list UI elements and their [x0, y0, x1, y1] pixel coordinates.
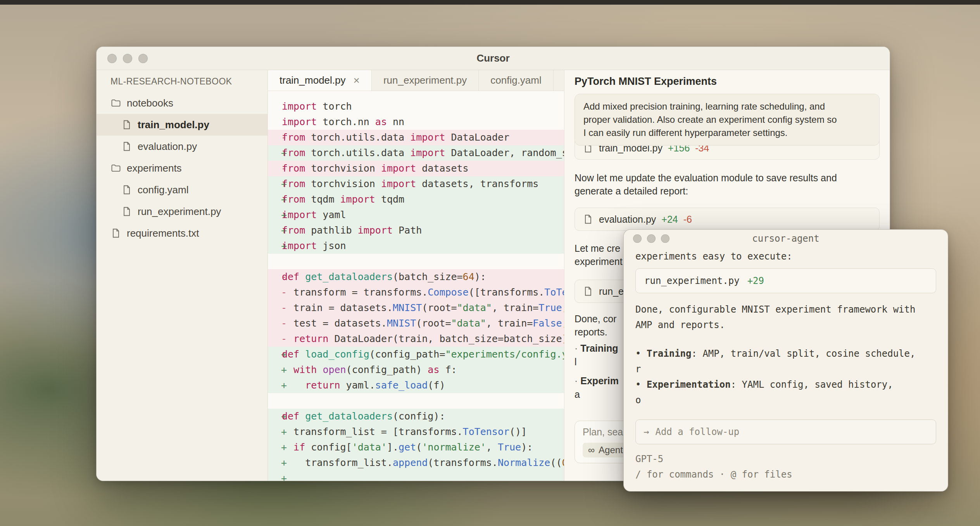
code-line[interactable]: +from torchvision import datasets, trans…: [268, 176, 564, 192]
code-text: transform = transforms.Compose([transfor…: [282, 285, 564, 300]
sidebar-item-requirements-txt[interactable]: requirements.txt: [97, 222, 267, 244]
code-line[interactable]: -from torch.utils.data import DataLoader: [268, 130, 564, 145]
code-line[interactable]: +from tqdm import tqdm: [268, 192, 564, 207]
sidebar-item-label: notebooks: [127, 97, 173, 109]
code-line[interactable]: - test = datasets.MNIST(root="data", tra…: [268, 316, 564, 331]
code-text: test = datasets.MNIST(root="data", train…: [282, 316, 564, 331]
code-text: transform_list = [transforms.ToTensor()]: [282, 424, 527, 440]
agent-window-title: cursor-agent: [752, 233, 819, 244]
traffic-light-close[interactable]: [107, 54, 117, 63]
workspace-title: ML-RESEARCH-NOTEBOOK: [97, 76, 267, 87]
diff-marker: -: [268, 161, 282, 176]
chat-title: PyTorch MNIST Experiments: [575, 76, 880, 88]
code-line[interactable]: +def get_dataloaders(config):: [268, 409, 564, 424]
code-line[interactable]: + transform_list.append(transforms.Norma…: [268, 455, 564, 471]
diff-marker: +: [268, 471, 282, 481]
code-line[interactable]: - train = datasets.MNIST(root="data", tr…: [268, 300, 564, 316]
assistant-text-line: Now let me update the evaluation module …: [575, 171, 880, 184]
diff-marker: +: [268, 347, 282, 362]
deletions-count: -6: [683, 214, 692, 225]
sidebar-item-label: train_model.py: [138, 119, 209, 131]
arrow-icon: →: [644, 426, 649, 437]
code-editor[interactable]: import torch import torch.nn as nn-from …: [268, 91, 564, 481]
infinity-icon: ∞: [588, 445, 595, 456]
diff-marker: -: [268, 269, 282, 285]
agent-bullet-line: • Training: AMP, train/val split, cosine…: [635, 346, 936, 361]
window-controls: [633, 230, 669, 248]
file-chip-name: evaluation.py: [599, 214, 656, 225]
agent-transcript: experiments easy to execute: run_experim…: [624, 248, 948, 480]
agent-text-line: Done, configurable MNIST experiment fram…: [635, 302, 936, 317]
code-line[interactable]: + return yaml.safe_load(f): [268, 378, 564, 393]
diff-marker: +: [268, 424, 282, 440]
file-chip-run-experiment[interactable]: run_experiment.py +29: [635, 268, 936, 293]
traffic-light-zoom[interactable]: [138, 54, 148, 63]
traffic-light-zoom[interactable]: [661, 234, 669, 243]
code-text: from torchvision import datasets: [282, 161, 469, 176]
code-line[interactable]: + with open(config_path) as f:: [268, 362, 564, 378]
code-line[interactable]: +: [268, 471, 564, 481]
assistant-text-line: generate a detailed report:: [575, 184, 880, 198]
agent-mode-pill[interactable]: ∞ Agent: [583, 443, 628, 457]
tab-run-experiment-py[interactable]: run_experiment.py: [372, 70, 479, 91]
code-line[interactable]: [268, 393, 564, 409]
code-line[interactable]: +from pathlib import Path: [268, 223, 564, 238]
folder-icon: [110, 163, 121, 174]
file-icon: [121, 141, 132, 152]
diff-marker: [268, 114, 282, 130]
model-name[interactable]: GPT-5: [635, 454, 936, 464]
editor-area: train_model.py×run_experiment.pyconfig.y…: [268, 70, 564, 481]
code-line[interactable]: +import yaml: [268, 207, 564, 223]
sidebar-item-label: evaluation.py: [138, 141, 197, 153]
folder-icon: [110, 98, 121, 108]
diff-marker: +: [268, 440, 282, 455]
code-text: transform_list.append(transforms.Normali…: [282, 455, 564, 471]
diff-marker: -: [268, 130, 282, 145]
file-icon: [121, 184, 132, 195]
traffic-light-close[interactable]: [633, 234, 642, 243]
tab-train-model-py[interactable]: train_model.py×: [268, 70, 372, 91]
file-icon: [121, 119, 132, 130]
code-line[interactable]: +def load_config(config_path="experiment…: [268, 347, 564, 362]
window-titlebar[interactable]: Cursor: [97, 47, 890, 70]
code-line[interactable]: - return DataLoader(train, batch_size=ba…: [268, 331, 564, 347]
agent-summary: Done, configurable MNIST experiment fram…: [635, 302, 936, 333]
code-line[interactable]: -def get_dataloaders(batch_size=64):: [268, 269, 564, 285]
file-icon: [583, 286, 594, 297]
code-line[interactable]: import torch: [268, 99, 564, 114]
code-line[interactable]: +from torch.utils.data import DataLoader…: [268, 145, 564, 161]
traffic-light-minimize[interactable]: [647, 234, 656, 243]
code-line[interactable]: [268, 254, 564, 269]
followup-input[interactable]: → Add a follow-up: [635, 419, 936, 444]
sidebar-item-train-model-py[interactable]: train_model.py: [97, 114, 267, 136]
sidebar-item-notebooks[interactable]: notebooks: [97, 92, 267, 114]
code-line[interactable]: -from torchvision import datasets: [268, 161, 564, 176]
traffic-light-minimize[interactable]: [123, 54, 132, 63]
file-chip-evaluation[interactable]: evaluation.py +24 -6: [575, 208, 880, 231]
code-line[interactable]: + if config['data'].get('normalize', Tru…: [268, 440, 564, 455]
code-text: if config['data'].get('normalize', True)…: [282, 440, 533, 455]
cursor-agent-window: cursor-agent experiments easy to execute…: [623, 229, 948, 492]
assistant-message: Now let me update the evaluation module …: [575, 171, 880, 198]
diff-marker: +: [268, 362, 282, 378]
code-line[interactable]: +import json: [268, 238, 564, 254]
sidebar-item-run-experiment-py[interactable]: run_experiment.py: [97, 201, 267, 222]
code-text: import json: [282, 238, 346, 254]
followup-placeholder: Add a follow-up: [655, 426, 739, 437]
diff-marker: +: [268, 223, 282, 238]
code-line[interactable]: + transform_list = [transforms.ToTensor(…: [268, 424, 564, 440]
diff-marker: [268, 393, 282, 409]
agent-bullet-line: o: [635, 392, 936, 408]
diff-marker: -: [268, 300, 282, 316]
code-text: return yaml.safe_load(f): [282, 378, 445, 393]
code-line[interactable]: import torch.nn as nn: [268, 114, 564, 130]
tab-config-yaml[interactable]: config.yaml: [479, 70, 554, 91]
code-line[interactable]: - transform = transforms.Compose([transf…: [268, 285, 564, 300]
sidebar-item-experiments[interactable]: experiments: [97, 157, 267, 179]
sidebar-item-evaluation-py[interactable]: evaluation.py: [97, 136, 267, 157]
agent-titlebar[interactable]: cursor-agent: [624, 230, 948, 248]
diff-marker: +: [268, 207, 282, 223]
close-icon[interactable]: ×: [354, 75, 360, 86]
diff-marker: +: [268, 238, 282, 254]
sidebar-item-config-yaml[interactable]: config.yaml: [97, 179, 267, 201]
